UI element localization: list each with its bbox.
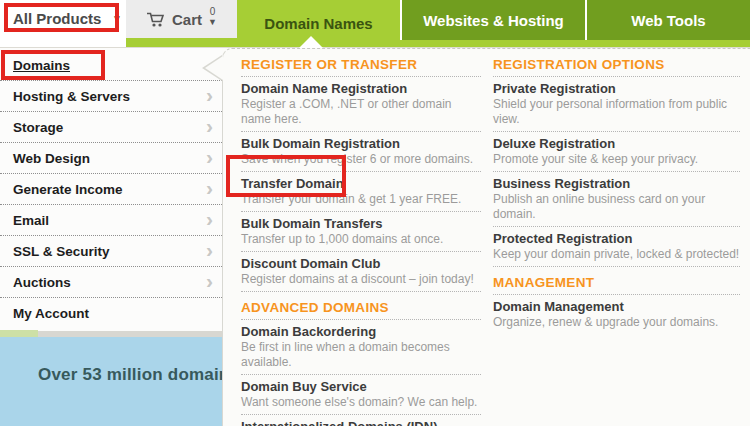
tab-web-tools[interactable]: Web Tools (587, 0, 750, 40)
menu-item-internationalized-domains[interactable]: Internationalized Domains (IDN) Register… (241, 415, 481, 426)
menu-item-desc: Transfer up to 1,000 domains at once. (241, 232, 481, 247)
sidebar-item-auctions[interactable]: Auctions › (0, 267, 222, 298)
menu-item-title: Protected Registration (493, 231, 740, 247)
sidebar-item-label: Generate Income (13, 182, 123, 197)
menu-item-desc: Shield your personal information from pu… (493, 97, 740, 127)
tab-label: Web Tools (631, 12, 705, 29)
page-strip-green (0, 330, 38, 337)
sidebar-item-web-design[interactable]: Web Design › (0, 143, 222, 174)
sidebar-item-label: Auctions (13, 275, 71, 290)
menu-item-desc: Register domains at a discount – join to… (241, 272, 481, 287)
sidebar-item-label: SSL & Security (13, 244, 110, 259)
chevron-right-icon: › (206, 149, 213, 164)
menu-item-private-registration[interactable]: Private Registration Shield your persona… (493, 77, 740, 132)
sidebar-item-label: Hosting & Servers (13, 89, 130, 104)
menu-item-title: Bulk Domain Transfers (241, 216, 481, 232)
sidebar-menu: Domains Hosting & Servers › Storage › We… (0, 48, 222, 330)
chevron-right-icon: › (206, 118, 213, 133)
section-heading-advanced-domains: ADVANCED DOMAINS (241, 292, 481, 320)
menu-item-discount-domain-club[interactable]: Discount Domain Club Register domains at… (241, 252, 481, 292)
menu-item-desc: Organize, renew & upgrade your domains. (493, 315, 740, 330)
menu-item-title: Domain Name Registration (241, 81, 481, 97)
menu-item-title: Domain Management (493, 299, 740, 315)
chevron-right-icon: › (206, 180, 213, 195)
panel-right-column: REGISTRATION OPTIONS Private Registratio… (493, 49, 740, 426)
panel-left-column: REGISTER OR TRANSFER Domain Name Registr… (241, 49, 481, 426)
menu-item-title: Domain Buy Service (241, 379, 481, 395)
sidebar-item-hosting-servers[interactable]: Hosting & Servers › (0, 81, 222, 112)
menu-item-desc: Want someone else's domain? We can help. (241, 395, 481, 410)
cart-count-badge: 0 (210, 7, 216, 17)
cart-label: Cart (172, 11, 202, 28)
menu-item-desc: Be first in line when a domain becomes a… (241, 340, 481, 370)
sidebar-item-email[interactable]: Email › (0, 205, 222, 236)
panel-notch-icon (205, 56, 223, 80)
chevron-right-icon: › (206, 211, 213, 226)
menu-item-desc: Promote your site & keep your privacy. (493, 152, 740, 167)
sidebar-item-label: My Account (13, 306, 89, 321)
menu-item-title: Discount Domain Club (241, 256, 481, 272)
menu-item-domain-buy-service[interactable]: Domain Buy Service Want someone else's d… (241, 375, 481, 415)
tab-websites-hosting[interactable]: Websites & Hosting (402, 0, 585, 40)
highlight-box-domains (1, 50, 105, 80)
menu-item-protected-registration[interactable]: Protected Registration Keep your domain … (493, 227, 740, 267)
promo-banner: Over 53 million domains regi (0, 337, 222, 426)
section-heading-management: MANAGEMENT (493, 267, 740, 295)
sidebar-item-storage[interactable]: Storage › (0, 112, 222, 143)
tab-label: Websites & Hosting (423, 12, 564, 29)
sidebar-item-label: Web Design (13, 151, 90, 166)
dropdown-panel: REGISTER OR TRANSFER Domain Name Registr… (222, 48, 750, 426)
highlight-box-all-products (4, 3, 119, 32)
menu-item-domain-backordering[interactable]: Domain Backordering Be first in line whe… (241, 320, 481, 375)
caret-down-icon: ▼ (208, 18, 217, 27)
menu-item-deluxe-registration[interactable]: Deluxe Registration Promote your site & … (493, 132, 740, 172)
menu-item-desc: Register a .COM, .NET or other domain na… (241, 97, 481, 127)
chevron-right-icon: › (206, 87, 213, 102)
menu-item-title: Private Registration (493, 81, 740, 97)
sidebar-item-ssl-security[interactable]: SSL & Security › (0, 236, 222, 267)
promo-banner-text: Over 53 million domains regi (38, 365, 222, 385)
menu-item-title: Bulk Domain Registration (241, 136, 481, 152)
menu-item-desc: Publish an online business card on your … (493, 192, 740, 222)
cart-button[interactable]: Cart 0 ▼ (126, 0, 237, 38)
sidebar-item-generate-income[interactable]: Generate Income › (0, 174, 222, 205)
section-heading-registration-options: REGISTRATION OPTIONS (493, 49, 740, 77)
menu-item-business-registration[interactable]: Business Registration Publish an online … (493, 172, 740, 227)
menu-item-title: Deluxe Registration (493, 136, 740, 152)
menu-item-bulk-domain-transfers[interactable]: Bulk Domain Transfers Transfer up to 1,0… (241, 212, 481, 252)
sidebar-item-label: Email (13, 213, 49, 228)
active-tab-pointer-icon (299, 36, 323, 48)
menu-item-title: Business Registration (493, 176, 740, 192)
menu-item-domain-name-registration[interactable]: Domain Name Registration Register a .COM… (241, 77, 481, 132)
chevron-right-icon: › (206, 273, 213, 288)
chevron-right-icon: › (206, 242, 213, 257)
section-heading-register-or-transfer: REGISTER OR TRANSFER (241, 49, 481, 77)
sidebar-item-my-account[interactable]: My Account (0, 298, 222, 328)
menu-item-desc: Keep your domain private, locked & prote… (493, 247, 740, 262)
menu-item-title: Internationalized Domains (IDN) (241, 419, 481, 426)
tab-label: Domain Names (264, 15, 372, 32)
sidebar-item-label: Storage (13, 120, 63, 135)
highlight-box-transfer-domain (226, 155, 346, 197)
menu-item-domain-management[interactable]: Domain Management Organize, renew & upgr… (493, 295, 740, 334)
cart-icon (146, 11, 166, 28)
menu-item-title: Domain Backordering (241, 324, 481, 340)
